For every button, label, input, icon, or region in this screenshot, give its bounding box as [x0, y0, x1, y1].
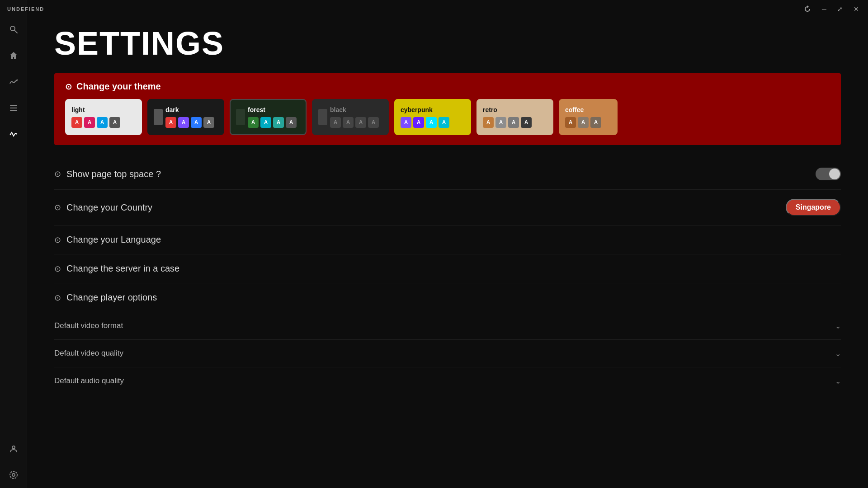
theme-card-forest[interactable]: forest A A A A — [230, 99, 307, 135]
swatch: A — [191, 117, 202, 128]
theme-card-coffee[interactable]: coffee A A A — [559, 99, 618, 135]
setting-label-top-space: ⊙ Show page top space ? — [54, 169, 161, 179]
minimize-button[interactable]: ─ — [820, 4, 828, 14]
theme-icon: ⊙ — [65, 82, 72, 92]
maximize-button[interactable]: ⤢ — [835, 4, 844, 14]
window-controls: ─ ⤢ ✕ — [802, 4, 861, 14]
theme-coffee-swatches: A A A — [565, 117, 611, 128]
svg-rect-4 — [10, 110, 17, 111]
theme-card-dark[interactable]: dark A A A A — [147, 99, 224, 135]
swatch: A — [578, 117, 589, 128]
setting-label-language: ⊙ Change your Language — [54, 235, 161, 245]
close-button[interactable]: ✕ — [852, 4, 861, 14]
svg-line-1 — [14, 30, 17, 33]
svg-rect-3 — [10, 108, 17, 108]
theme-forest-name: forest — [248, 106, 297, 113]
dropdown-rows: Default video format ⌄ Default video qua… — [54, 312, 841, 394]
swatch: A — [343, 117, 354, 128]
server-label: Change the server in a case — [66, 263, 179, 274]
setting-label-country: ⊙ Change your Country — [54, 202, 152, 213]
setting-row-country: ⊙ Change your Country Singapore — [54, 190, 841, 225]
language-icon: ⊙ — [54, 235, 61, 245]
sidebar-item-activity[interactable] — [7, 127, 20, 141]
toggle-knob — [829, 169, 840, 179]
country-label: Change your Country — [66, 202, 152, 213]
theme-card-retro[interactable]: retro A A A A — [476, 99, 553, 135]
swatch: A — [368, 117, 379, 128]
swatch: A — [426, 117, 437, 128]
top-space-toggle[interactable] — [816, 168, 841, 180]
swatch: A — [483, 117, 494, 128]
theme-retro-name: retro — [483, 106, 547, 113]
swatch: A — [439, 117, 449, 128]
setting-row-top-space: ⊙ Show page top space ? — [54, 159, 841, 190]
theme-light-name: light — [71, 106, 136, 113]
dropdown-audio-quality[interactable]: Default audio quality ⌄ — [54, 367, 841, 394]
refresh-button[interactable] — [802, 4, 813, 14]
theme-dark-name: dark — [165, 106, 214, 113]
swatch: A — [203, 117, 214, 128]
language-label: Change your Language — [66, 235, 161, 245]
swatch: A — [401, 117, 411, 128]
setting-label-server: ⊙ Change the server in a case — [54, 263, 179, 274]
chevron-down-icon: ⌄ — [835, 377, 841, 385]
black-mini-rect — [318, 109, 327, 125]
theme-section-header: ⊙ Change your theme — [65, 81, 830, 92]
dropdown-video-format[interactable]: Default video format ⌄ — [54, 312, 841, 339]
swatch: A — [165, 117, 176, 128]
swatch: A — [413, 117, 424, 128]
svg-point-6 — [12, 474, 15, 476]
topbar: UNDEFIEND ─ ⤢ ✕ — [0, 0, 868, 18]
dropdown-video-quality-label: Default video quality — [54, 349, 123, 358]
theme-card-light[interactable]: light A A A A — [65, 99, 142, 135]
theme-black-swatches: A A A A — [330, 117, 379, 128]
sidebar-item-profile[interactable] — [7, 442, 20, 455]
sidebar — [0, 0, 27, 488]
theme-cyberpunk-swatches: A A A A — [401, 117, 465, 128]
swatch: A — [84, 117, 95, 128]
dropdown-audio-quality-label: Default audio quality — [54, 376, 124, 385]
theme-card-black[interactable]: black A A A A — [312, 99, 389, 135]
swatch: A — [590, 117, 601, 128]
swatch: A — [260, 117, 271, 128]
sidebar-item-trending[interactable] — [7, 75, 20, 89]
main-content: SETTINGS ⊙ Change your theme light A A — [27, 0, 868, 488]
sidebar-item-settings[interactable] — [7, 468, 20, 482]
swatch: A — [109, 117, 120, 128]
settings-rows: ⊙ Show page top space ? ⊙ Change your Co… — [54, 159, 841, 312]
swatch: A — [286, 117, 297, 128]
sidebar-item-library[interactable] — [7, 101, 20, 115]
setting-row-server[interactable]: ⊙ Change the server in a case — [54, 254, 841, 283]
swatch: A — [97, 117, 108, 128]
swatch: A — [565, 117, 576, 128]
sidebar-item-home[interactable] — [7, 49, 20, 62]
setting-row-language[interactable]: ⊙ Change your Language — [54, 225, 841, 254]
swatch: A — [71, 117, 82, 128]
top-space-label: Show page top space ? — [66, 169, 161, 179]
svg-point-7 — [10, 471, 17, 479]
chevron-down-icon: ⌄ — [835, 322, 841, 330]
app-name: UNDEFIEND — [7, 6, 44, 12]
page-title: SETTINGS — [54, 27, 841, 60]
forest-mini-rect — [236, 109, 245, 125]
theme-retro-swatches: A A A A — [483, 117, 547, 128]
country-badge[interactable]: Singapore — [786, 199, 841, 216]
chevron-down-icon: ⌄ — [835, 349, 841, 358]
sidebar-item-search[interactable] — [7, 23, 20, 36]
theme-section-label: Change your theme — [76, 81, 161, 92]
theme-forest-swatches: A A A A — [248, 117, 297, 128]
theme-section: ⊙ Change your theme light A A A A — [54, 73, 841, 145]
swatch: A — [355, 117, 366, 128]
svg-point-5 — [12, 446, 15, 449]
theme-dark-swatches: A A A A — [165, 117, 214, 128]
dropdown-video-quality[interactable]: Default video quality ⌄ — [54, 339, 841, 367]
theme-light-swatches: A A A A — [71, 117, 136, 128]
country-icon: ⊙ — [54, 202, 61, 212]
top-space-icon: ⊙ — [54, 169, 61, 179]
swatch: A — [330, 117, 341, 128]
dark-mini-rect — [154, 109, 163, 125]
setting-row-player[interactable]: ⊙ Change player options — [54, 283, 841, 312]
swatch: A — [495, 117, 506, 128]
theme-card-cyberpunk[interactable]: cyberpunk A A A A — [394, 99, 471, 135]
swatch: A — [521, 117, 532, 128]
